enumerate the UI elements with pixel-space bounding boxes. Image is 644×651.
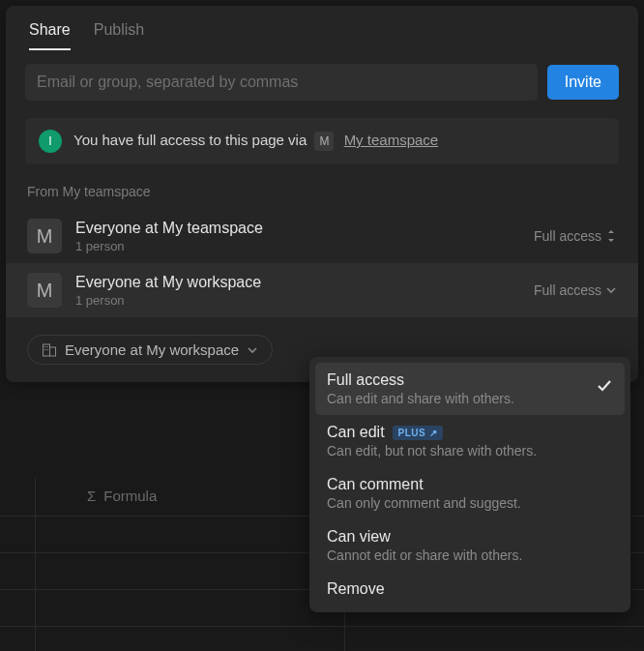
email-input[interactable]: [25, 64, 538, 101]
dropdown-sub: Can edit, but not share with others.: [327, 443, 613, 459]
share-subtitle: 1 person: [75, 239, 520, 253]
dropdown-sub: Can only comment and suggest.: [327, 495, 613, 511]
access-dropdown: Full access Can edit and share with othe…: [309, 357, 630, 612]
banner-text-wrap: You have full access to this page via M …: [73, 132, 438, 151]
check-icon: [596, 377, 613, 395]
sigma-icon: Σ: [87, 488, 96, 504]
tab-publish[interactable]: Publish: [94, 21, 144, 50]
svg-rect-1: [50, 347, 56, 356]
table-divider: [35, 478, 36, 651]
column-label: Formula: [103, 488, 157, 504]
share-info: Everyone at My teamspace 1 person: [75, 220, 520, 253]
invite-row: Invite: [6, 50, 638, 112]
tabs: Share Publish: [6, 6, 638, 50]
chevron-down-icon: [605, 284, 617, 296]
scope-selector[interactable]: Everyone at My workspace: [27, 335, 273, 365]
avatar: M: [27, 219, 62, 253]
access-label: Full access: [534, 282, 601, 298]
banner-text: You have full access to this page via: [73, 132, 307, 148]
dropdown-item-can-view[interactable]: Can view Cannot edit or share with other…: [315, 519, 625, 572]
dropdown-item-can-comment[interactable]: Can comment Can only comment and suggest…: [315, 467, 625, 519]
dropdown-title: Can comment: [327, 476, 613, 493]
access-selector[interactable]: Full access: [534, 282, 617, 298]
sort-icon: [605, 229, 617, 243]
share-panel: Share Publish Invite I You have full acc…: [6, 6, 638, 382]
share-title: Everyone at My workspace: [75, 274, 520, 291]
dropdown-item-full-access[interactable]: Full access Can edit and share with othe…: [315, 363, 625, 415]
chevron-down-icon: [247, 344, 258, 356]
svg-rect-0: [44, 344, 50, 356]
teamspace-link[interactable]: My teamspace: [344, 132, 439, 148]
share-info: Everyone at My workspace 1 person: [75, 274, 520, 308]
dropdown-item-remove[interactable]: Remove: [315, 572, 625, 607]
svg-rect-3: [47, 346, 48, 347]
svg-rect-5: [47, 349, 48, 350]
dropdown-sub: Cannot edit or share with others.: [327, 547, 613, 563]
building-icon: [42, 342, 57, 358]
dropdown-title: Can edit: [327, 424, 385, 441]
share-row-teamspace: M Everyone at My teamspace 1 person Full…: [6, 209, 638, 263]
tab-share[interactable]: Share: [29, 21, 71, 50]
access-selector[interactable]: Full access: [534, 228, 617, 244]
scope-label: Everyone at My workspace: [65, 341, 239, 358]
dropdown-title: Can view: [327, 528, 613, 546]
section-header: From My teamspace: [6, 176, 638, 209]
share-title: Everyone at My teamspace: [75, 220, 520, 237]
avatar: M: [27, 273, 62, 308]
svg-rect-2: [44, 346, 45, 347]
access-banner: I You have full access to this page via …: [25, 118, 619, 164]
dropdown-title: Full access: [327, 371, 596, 389]
share-row-workspace: M Everyone at My workspace 1 person Full…: [6, 263, 638, 317]
plus-badge: PLUS ↗: [393, 426, 443, 440]
invite-button[interactable]: Invite: [547, 65, 619, 100]
svg-rect-4: [44, 349, 45, 350]
dropdown-sub: Can edit and share with others.: [327, 391, 596, 406]
share-subtitle: 1 person: [75, 293, 520, 308]
dropdown-title: Remove: [327, 580, 613, 598]
access-label: Full access: [534, 228, 601, 244]
teamspace-badge: M: [314, 132, 334, 151]
avatar: I: [39, 130, 62, 153]
dropdown-item-can-edit[interactable]: Can edit PLUS ↗ Can edit, but not share …: [315, 415, 625, 467]
